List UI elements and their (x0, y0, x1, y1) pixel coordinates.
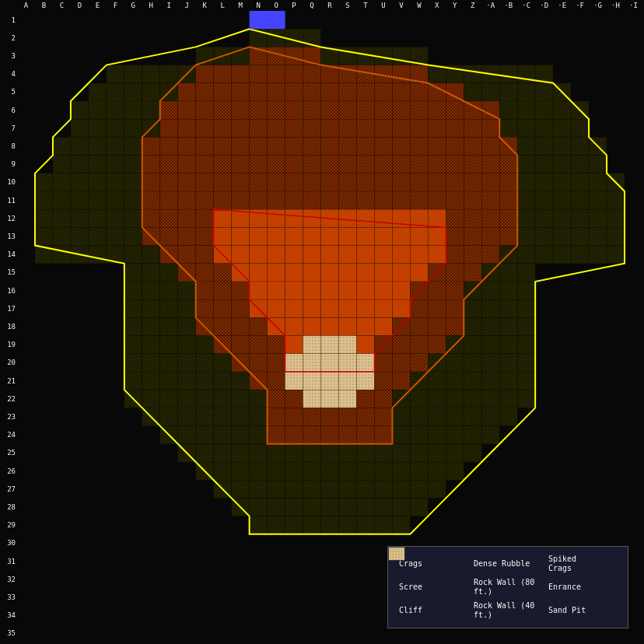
legend: Crags Dense Rubble SpikedCrags Scree Roc… (387, 546, 628, 628)
legend-item-sand-pit: Sand Pit (548, 606, 617, 615)
legend-label-rock-wall-40: Rock Wall (40 ft.) (474, 601, 542, 620)
swatch-sand-pit (388, 547, 405, 561)
legend-item-spiked-crags: SpikedCrags (548, 555, 617, 573)
legend-label-entrance: Enrance (548, 583, 581, 592)
legend-item-rock-wall-80: Rock Wall (80 ft.) (474, 578, 542, 597)
legend-item-scree: Scree (399, 583, 467, 592)
main-container: Crags Dense Rubble SpikedCrags Scree Roc… (0, 0, 644, 644)
legend-item-entrance: Enrance (548, 583, 617, 592)
legend-label-cliff: Cliff (399, 606, 422, 615)
legend-item-rock-wall-40: Rock Wall (40 ft.) (474, 601, 542, 620)
legend-grid: Crags Dense Rubble SpikedCrags Scree Roc… (399, 555, 617, 620)
legend-label-sand-pit: Sand Pit (548, 606, 586, 615)
legend-label-scree: Scree (399, 583, 422, 592)
legend-item-cliff: Cliff (399, 606, 467, 615)
legend-label-rock-wall-80: Rock Wall (80 ft.) (474, 578, 542, 597)
legend-label-dense-rubble: Dense Rubble (474, 559, 530, 569)
legend-item-crags: Crags (399, 559, 467, 569)
legend-label-spiked-crags: SpikedCrags (548, 555, 576, 573)
legend-item-dense-rubble: Dense Rubble (474, 559, 542, 569)
